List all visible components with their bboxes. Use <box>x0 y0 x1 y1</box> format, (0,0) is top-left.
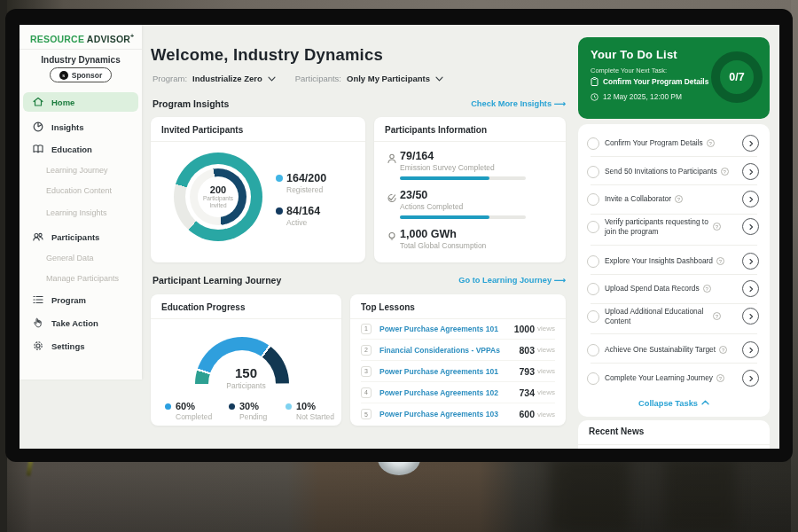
clock-icon <box>591 93 598 101</box>
card-title: Participants Information <box>374 117 566 142</box>
recent-news-card: Recent News <box>578 420 770 449</box>
sidebar-item-program[interactable]: Program <box>23 290 138 309</box>
donut-legend-item: 164/200Registered <box>276 172 364 194</box>
pinfo-row: 79/164Emission Survey Completed <box>386 150 556 180</box>
chevron-right-icon[interactable] <box>742 191 759 207</box>
lesson-link[interactable]: Power Purchase Agreements 102 <box>379 388 519 397</box>
todo-item[interactable]: Verify participants requesting to join t… <box>587 217 759 236</box>
participants-filter[interactable]: Participants: Only My Participants <box>295 74 443 83</box>
sidebar-item-participants[interactable]: Participants <box>23 227 138 246</box>
lesson-row: 1Power Purchase Agreements 1011000views <box>361 318 555 340</box>
app-logo[interactable]: RESOURCE ADVISOR+ <box>30 33 134 44</box>
todo-item[interactable]: Complete Your Learning Journey? <box>587 370 759 387</box>
chevron-right-icon[interactable] <box>742 370 759 387</box>
todo-checkbox[interactable] <box>587 344 599 356</box>
sidebar-item-manage-participants[interactable]: Manage Participants <box>23 269 138 288</box>
background-shadow-2 <box>665 457 736 532</box>
card-title: Invited Participants <box>151 117 365 142</box>
lesson-link[interactable]: Power Purchase Agreements 101 <box>379 367 519 376</box>
invited-participants-card: Invited Participants 200 Participants In… <box>151 117 365 262</box>
todo-item[interactable]: Achieve One Sustainability Target? <box>587 341 759 358</box>
todo-item[interactable]: Upload Spend Data Records? <box>587 280 759 297</box>
background-shadow-1 <box>550 457 630 532</box>
clipboard-icon <box>591 77 598 86</box>
chevron-right-icon[interactable] <box>742 135 759 152</box>
todo-checkbox[interactable] <box>587 283 599 295</box>
chevron-right-icon[interactable] <box>742 163 759 180</box>
progress-bar <box>400 215 526 219</box>
divider <box>591 274 757 275</box>
chevron-right-icon[interactable] <box>742 341 759 358</box>
progress-bar <box>400 176 526 180</box>
pinfo-row: 23/50Actions Completed <box>386 189 556 219</box>
donut-legend-item: 84/164Active <box>276 205 364 227</box>
help-icon: ? <box>719 346 727 354</box>
todo-checkbox[interactable] <box>587 310 599 323</box>
todo-checkbox[interactable] <box>587 221 599 233</box>
sidebar-item-learning-journey[interactable]: Learning Journey <box>23 160 138 180</box>
settings-icon <box>32 340 44 352</box>
program-icon <box>32 293 44 306</box>
lesson-row: 2Financial Considerations - VPPAs803view… <box>361 340 555 361</box>
divider <box>591 214 757 215</box>
todo-item[interactable]: Invite a Collaborator? <box>587 191 759 207</box>
sidebar-item-insights[interactable]: Insights <box>23 117 138 137</box>
divider <box>591 333 757 334</box>
section-program-insights: Program Insights <box>153 98 229 109</box>
divider <box>591 184 757 185</box>
help-icon: ? <box>713 223 721 231</box>
filters: Program: Industrialize Zero Participants… <box>153 74 443 83</box>
todo-subtitle: Complete Your Next Task: <box>591 66 667 74</box>
divider <box>591 245 757 246</box>
todo-checkbox[interactable] <box>587 166 599 178</box>
gauge-legend-item: 10%Not Started <box>286 401 334 421</box>
todo-checkbox[interactable] <box>587 255 599 268</box>
help-icon: ? <box>707 139 715 147</box>
sidebar-item-education-content[interactable]: Education Content <box>23 181 138 200</box>
sidebar-item-settings[interactable]: Settings <box>23 336 138 356</box>
chevron-right-icon[interactable] <box>742 218 759 235</box>
chevron-right-icon[interactable] <box>742 308 759 325</box>
divider <box>591 363 757 364</box>
gauge-legend-item: 30%Pending <box>229 401 267 421</box>
goto-learning-journey-link[interactable]: Go to Learning Journey ⟶ <box>415 275 566 285</box>
help-icon: ? <box>716 374 724 382</box>
sidebar: RESOURCE ADVISOR+ Industry Dynamics s Sp… <box>20 25 142 379</box>
lesson-link[interactable]: Power Purchase Agreements 103 <box>379 410 519 419</box>
todo-item[interactable]: Send 50 Invitations to Participants? <box>587 163 759 180</box>
chevron-right-icon[interactable] <box>742 280 759 297</box>
todo-item[interactable]: Upload Additional Educational Content? <box>587 307 759 325</box>
recent-news-title: Recent News <box>589 426 644 436</box>
help-icon: ? <box>703 285 711 293</box>
sidebar-item-take-action[interactable]: Take Action <box>23 313 138 332</box>
collapse-tasks-link[interactable]: Collapse Tasks <box>578 399 770 408</box>
sponsor-icon: s <box>59 71 68 80</box>
todo-checkbox[interactable] <box>587 193 599 206</box>
gauge-center: 150 Participants <box>151 365 341 390</box>
check-more-insights-link[interactable]: Check More Insights ⟶ <box>415 98 566 108</box>
chevron-up-icon <box>701 400 709 405</box>
lesson-link[interactable]: Financial Considerations - VPPAs <box>379 346 519 355</box>
todo-item[interactable]: Confirm Your Program Details? <box>587 135 759 152</box>
sidebar-item-general-data[interactable]: General Data <box>23 248 138 268</box>
sidebar-item-education[interactable]: Education <box>23 139 138 159</box>
todo-datetime: 12 May 2025, 12:00 PM <box>591 92 682 101</box>
gauge-legend-item: 60%Completed <box>165 401 212 421</box>
todo-item[interactable]: Explore Your Insights Dashboard? <box>587 253 759 270</box>
lesson-link[interactable]: Power Purchase Agreements 101 <box>379 325 514 333</box>
sidebar-item-learning-insights[interactable]: Learning Insights <box>23 203 138 223</box>
todo-checkbox[interactable] <box>587 137 599 150</box>
org-name: Industry Dynamics <box>20 55 142 65</box>
sidebar-item-home[interactable]: Home <box>23 92 138 112</box>
divider <box>591 303 757 304</box>
invited-donut-center: 200 Participants Invited <box>174 153 262 241</box>
chevron-right-icon[interactable] <box>742 253 759 270</box>
page-title: Welcome, Industry Dynamics <box>151 45 383 65</box>
sponsor-badge[interactable]: s Sponsor <box>50 67 112 82</box>
program-filter[interactable]: Program: Industrialize Zero <box>153 74 276 83</box>
todo-checkbox[interactable] <box>587 372 599 385</box>
participants-icon <box>32 231 44 243</box>
todo-summary-card: Your To Do List Complete Your Next Task:… <box>578 37 770 119</box>
home-icon <box>32 96 44 108</box>
person-icon <box>386 153 398 165</box>
